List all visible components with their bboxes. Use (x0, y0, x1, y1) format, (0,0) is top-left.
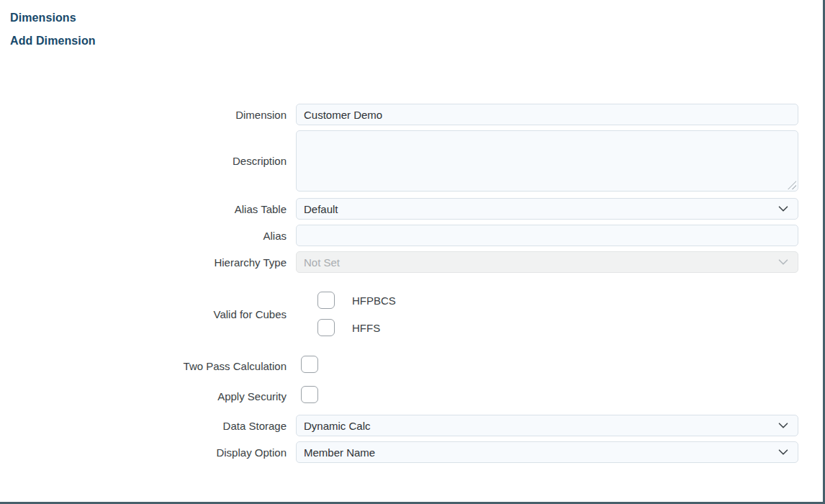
row-valid-for-cubes: Valid for Cubes HFPBCS HFFS (10, 292, 798, 336)
row-alias: Alias (10, 225, 798, 246)
dimension-input[interactable] (296, 104, 798, 125)
data-storage-selected-value: Dynamic Calc (304, 420, 371, 432)
row-data-storage: Data Storage Dynamic Calc (10, 415, 798, 436)
hierarchy-type-label: Hierarchy Type (10, 256, 296, 269)
hffs-checkbox-label: HFFS (352, 322, 380, 334)
alias-table-select[interactable]: Default (296, 198, 798, 220)
cube-option-hffs: HFFS (317, 319, 798, 336)
alias-label: Alias (10, 230, 296, 242)
valid-for-cubes-label: Valid for Cubes (10, 308, 296, 320)
description-textarea[interactable] (296, 130, 798, 192)
hffs-checkbox[interactable] (317, 319, 335, 336)
description-label: Description (10, 155, 296, 167)
hfpbcs-checkbox-label: HFPBCS (352, 294, 396, 307)
two-pass-label: Two Pass Calculation (10, 360, 296, 372)
row-description: Description (10, 130, 798, 192)
apply-security-label: Apply Security (10, 390, 296, 402)
chevron-down-icon (777, 203, 789, 215)
chevron-down-icon (777, 256, 789, 268)
alias-input[interactable] (296, 225, 798, 246)
add-dimension-form: Dimension Description Alias Table Defau (10, 104, 798, 463)
cube-option-hfpbcs: HFPBCS (317, 292, 798, 309)
dimension-label: Dimension (10, 109, 296, 121)
page-title: Dimensions (10, 12, 823, 24)
alias-table-selected-value: Default (304, 203, 338, 215)
alias-table-label: Alias Table (10, 203, 296, 215)
chevron-down-icon (777, 446, 789, 458)
chevron-down-icon (777, 420, 789, 431)
display-option-label: Display Option (10, 446, 296, 459)
row-two-pass: Two Pass Calculation (10, 356, 798, 376)
row-dimension: Dimension (10, 104, 798, 125)
data-storage-label: Data Storage (10, 420, 296, 432)
content-panel: Dimensions Add Dimension Dimension Descr… (0, 0, 825, 504)
row-alias-table: Alias Table Default (10, 198, 798, 220)
row-apply-security: Apply Security (10, 386, 798, 406)
apply-security-checkbox[interactable] (301, 386, 318, 403)
two-pass-checkbox[interactable] (301, 356, 318, 373)
hfpbcs-checkbox[interactable] (317, 292, 335, 309)
data-storage-select[interactable]: Dynamic Calc (296, 415, 798, 436)
display-option-select[interactable]: Member Name (296, 441, 798, 463)
section-title: Add Dimension (10, 35, 823, 48)
hierarchy-type-select: Not Set (296, 251, 798, 273)
row-hierarchy-type: Hierarchy Type Not Set (10, 251, 798, 273)
row-display-option: Display Option Member Name (10, 441, 798, 463)
display-option-selected-value: Member Name (304, 446, 375, 459)
hierarchy-type-selected-value: Not Set (304, 256, 340, 269)
